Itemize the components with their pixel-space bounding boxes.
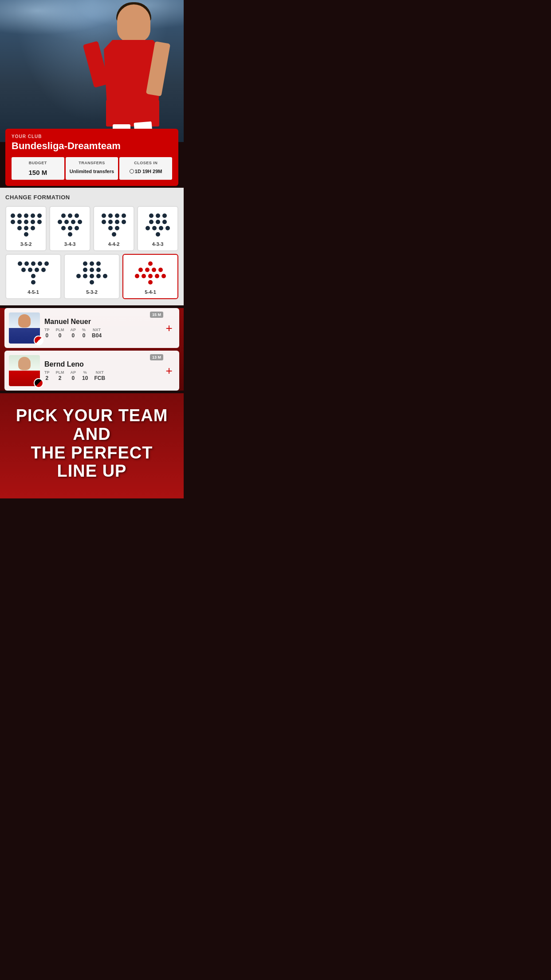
clock-icon	[130, 169, 134, 174]
neuer-stats: TP 0 PLM 0 AP 0 % 0 NXT B04	[44, 328, 175, 339]
plus-icon-leno: +	[165, 365, 172, 376]
formation-label-442: 4-4-2	[97, 241, 131, 247]
formation-title: CHANGE FORMATION	[5, 194, 178, 201]
formation-label-433: 4-3-3	[141, 241, 175, 247]
formation-row-1: 3-5-2 3-4-3 4-4-2	[5, 206, 178, 251]
player-card-neuer[interactable]: Manuel Neuer TP 0 PLM 0 AP 0 % 0	[4, 308, 179, 348]
neuer-plm-val: 0	[56, 332, 64, 339]
neuer-pct-label: %	[82, 328, 86, 332]
b04-badge	[34, 378, 43, 388]
leno-pct: % 10	[82, 370, 88, 381]
leno-plm: PLM 2	[56, 370, 64, 381]
dots-532	[67, 259, 116, 287]
leno-club-badge	[34, 378, 43, 388]
leno-plm-label: PLM	[56, 370, 64, 375]
dots-352	[9, 211, 43, 239]
leno-stats: TP 2 PLM 2 AP 0 % 10 NXT FCB	[44, 370, 175, 381]
neuer-club-badge	[34, 336, 43, 345]
leno-ap-label: AP	[71, 370, 76, 375]
player-body	[86, 0, 175, 138]
cta-line1: PICK YOUR TEAM AND	[16, 406, 168, 443]
club-stats-grid: BUDGET 150 M TRANSFERS Unlimited transfe…	[12, 157, 172, 180]
formation-row-2: 4-5-1 5-3-2 5-4-1	[5, 254, 178, 299]
cta-section: PICK YOUR TEAM AND THE PERFECT LINE UP	[0, 393, 184, 498]
formation-label-451: 4-5-1	[9, 289, 58, 295]
formation-541[interactable]: 5-4-1	[122, 254, 178, 299]
plus-icon: +	[165, 322, 172, 334]
leno-pct-val: 10	[82, 375, 88, 381]
neuer-pct: % 0	[82, 328, 86, 339]
leno-tp-val: 2	[44, 375, 50, 381]
neuer-ap-val: 0	[71, 332, 76, 339]
club-card: YOUR CLUB Bundesliga-Dreamteam BUDGET 15…	[5, 129, 178, 186]
formation-352[interactable]: 3-5-2	[5, 206, 47, 251]
neuer-nxt-val: B04	[92, 332, 102, 339]
dots-442	[97, 211, 131, 239]
closes-value: 1D 19H 29M	[122, 169, 169, 174]
neuer-tp-val: 0	[44, 332, 50, 339]
neuer-info: Manuel Neuer TP 0 PLM 0 AP 0 % 0	[44, 318, 175, 339]
formation-532[interactable]: 5-3-2	[64, 254, 120, 299]
formation-343[interactable]: 3-4-3	[49, 206, 91, 251]
leno-nxt-val: FCB	[94, 375, 105, 381]
neuer-pct-val: 0	[82, 332, 86, 339]
leno-price: 13 M	[150, 354, 163, 360]
leno-head	[18, 357, 31, 370]
leno-pct-label: %	[82, 370, 88, 375]
transfers-value: Unlimited transfers	[68, 169, 116, 174]
formation-433[interactable]: 4-3-3	[137, 206, 178, 251]
dots-451	[9, 259, 58, 287]
leno-add-button[interactable]: +	[163, 365, 175, 376]
budget-cell: BUDGET 150 M	[12, 157, 64, 180]
neuer-nxt: NXT B04	[92, 328, 102, 339]
formation-label-541: 5-4-1	[126, 289, 175, 295]
leno-plm-val: 2	[56, 375, 64, 381]
budget-header: BUDGET	[14, 161, 62, 165]
neuer-name: Manuel Neuer	[44, 318, 175, 326]
formation-label-532: 5-3-2	[67, 289, 116, 295]
formation-442[interactable]: 4-4-2	[93, 206, 134, 251]
club-label: YOUR CLUB	[12, 134, 172, 139]
leno-nxt-label: NXT	[94, 370, 105, 375]
neuer-plm: PLM 0	[56, 328, 64, 339]
neuer-price: 15 M	[150, 312, 163, 318]
transfers-header: TRANSFERS	[68, 161, 116, 165]
leno-nxt: NXT FCB	[94, 370, 105, 381]
formation-label-343: 3-4-3	[53, 241, 87, 247]
players-section: Manuel Neuer TP 0 PLM 0 AP 0 % 0	[0, 308, 184, 391]
dots-541	[126, 259, 175, 287]
neuer-add-button[interactable]: +	[163, 322, 175, 334]
leno-tp-label: TP	[44, 370, 50, 375]
neuer-ap: AP 0	[71, 328, 76, 339]
budget-value: 150 M	[14, 169, 62, 176]
dots-433	[141, 211, 175, 239]
formation-451[interactable]: 4-5-1	[5, 254, 61, 299]
closes-header: CLOSES IN	[122, 161, 169, 165]
player-card-leno[interactable]: Bernd Leno TP 2 PLM 2 AP 0 % 10	[4, 351, 179, 391]
closes-cell: CLOSES IN 1D 19H 29M	[119, 157, 172, 180]
formation-label-352: 3-5-2	[9, 241, 43, 247]
leno-tp: TP 2	[44, 370, 50, 381]
player-image	[77, 0, 184, 142]
neuer-nxt-label: NXT	[92, 328, 102, 332]
leno-info: Bernd Leno TP 2 PLM 2 AP 0 % 10	[44, 360, 175, 381]
club-name: Bundesliga-Dreamteam	[12, 140, 172, 152]
leno-ap-val: 0	[71, 375, 76, 381]
transfers-cell: TRANSFERS Unlimited transfers	[66, 157, 118, 180]
leno-ap: AP 0	[71, 370, 76, 381]
neuer-tp-label: TP	[44, 328, 50, 332]
leno-name: Bernd Leno	[44, 360, 175, 368]
neuer-ap-label: AP	[71, 328, 76, 332]
neuer-tp: TP 0	[44, 328, 50, 339]
formation-section: CHANGE FORMATION 3-5-2 3-4-3	[0, 188, 184, 305]
hero-section	[0, 0, 184, 142]
neuer-head	[18, 314, 31, 328]
cta-title: PICK YOUR TEAM AND THE PERFECT LINE UP	[9, 407, 175, 481]
dots-343	[53, 211, 87, 239]
neuer-plm-label: PLM	[56, 328, 64, 332]
fcb-badge	[34, 336, 43, 345]
cta-line2: THE PERFECT LINE UP	[31, 443, 153, 481]
